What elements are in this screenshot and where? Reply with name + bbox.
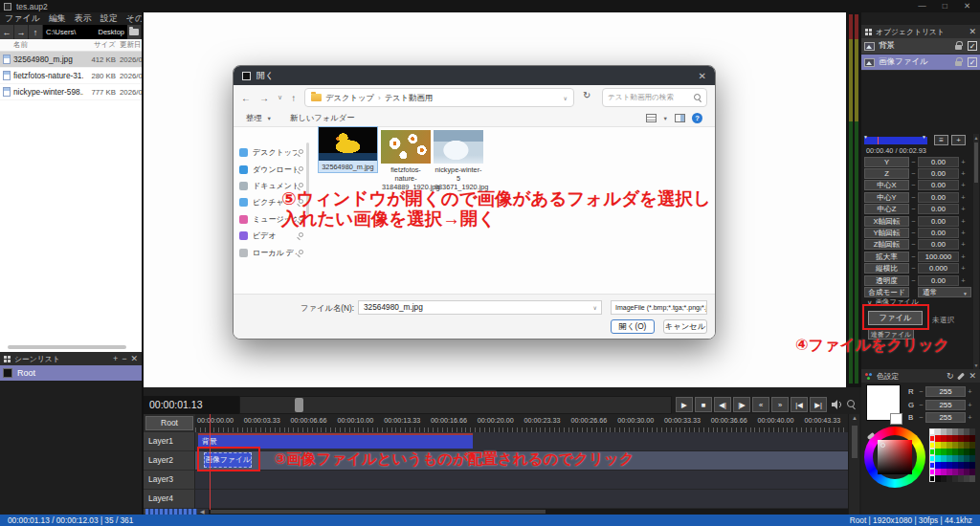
property-value[interactable]: 0.00 [918,168,959,179]
breadcrumb-item[interactable]: デスクトップ [325,93,374,103]
add-scene-button[interactable]: + [113,353,118,365]
property-value[interactable]: 0.000 [918,263,959,274]
organize-button[interactable]: 整理 [246,113,262,123]
increment-icon[interactable]: + [959,169,968,178]
channel-value[interactable]: 255 [925,412,966,423]
channel-value[interactable]: 255 [925,386,966,397]
property-value[interactable]: 0.00 [918,204,959,214]
object-item[interactable]: 画像ファイル✓ [861,55,980,71]
file-thumbnail[interactable]: fietzfotos-nature-3184889_1920.jpg [381,130,431,192]
property-label[interactable]: 中心Z [864,204,909,214]
increment-icon[interactable]: + [966,401,974,409]
property-label[interactable]: 中心X [864,180,909,190]
back-button[interactable]: ← [241,93,251,103]
to-start-button[interactable]: |◀ [791,397,808,412]
column-date[interactable]: 更新日 [116,40,142,50]
seek-bar[interactable] [239,396,672,414]
time-ruler[interactable]: 00:00:00.0000:00:03.3300:00:06.6600:00:1… [195,414,848,432]
trackbar-end-marker[interactable]: ▼ [922,134,926,140]
palette-swatch[interactable] [969,428,975,435]
seek-handle[interactable] [295,398,303,412]
palette-swatch[interactable] [969,469,975,475]
increment-icon[interactable]: + [959,193,968,202]
decrement-icon[interactable]: − [909,229,918,237]
new-folder-button[interactable]: 新しいフォルダー [290,113,355,123]
decrement-icon[interactable]: − [909,276,918,285]
property-scrollbar[interactable]: ▲ ▼ [973,134,979,369]
path-field[interactable]: C:\Users\ Desktop [43,25,127,39]
scroll-down-icon[interactable]: ▼ [973,362,979,368]
decrement-icon[interactable]: − [909,158,918,166]
palette-swatch[interactable] [969,442,975,449]
search-input[interactable]: テスト動画用の検索 [602,88,707,107]
add-effect-button[interactable]: + [951,135,966,145]
object-item[interactable]: 背景✓ [861,38,980,55]
property-value[interactable]: 0.00 [918,275,959,286]
property-value[interactable]: 0.00 [918,239,959,250]
layer-track[interactable] [195,471,848,490]
breadcrumb-item[interactable]: テスト動画用 [385,93,433,103]
stop-button[interactable]: ■ [695,397,712,412]
decrement-icon[interactable]: − [917,413,925,422]
property-value[interactable]: 0.00 [918,157,959,167]
increment-icon[interactable]: + [959,264,968,273]
play-button[interactable]: ▶ [676,397,693,412]
forward-button[interactable]: → [259,93,269,103]
increment-icon[interactable]: + [959,252,968,261]
remove-scene-button[interactable]: − [122,353,126,365]
scrollbar-thumb[interactable] [974,142,978,183]
up-button[interactable]: ↑ [29,25,43,39]
close-icon[interactable]: ✕ [969,370,976,383]
property-value[interactable]: 0.00 [918,228,959,238]
property-label[interactable]: Z [864,168,909,179]
decrement-icon[interactable]: − [909,193,918,202]
increment-icon[interactable]: + [959,240,968,249]
forward-button[interactable]: → [14,25,29,39]
trackbar[interactable] [864,137,927,144]
minimize-button[interactable]: — [918,0,926,12]
next-frame-button[interactable]: |▶ [733,397,750,412]
menu-item[interactable]: ファイル [5,12,40,25]
back-button[interactable]: ← [0,25,14,39]
visibility-checkbox[interactable]: ✓ [968,57,977,67]
layer-label[interactable]: Layer4 [144,490,195,509]
increment-icon[interactable]: + [966,413,974,422]
close-button[interactable]: ✕ [964,0,970,12]
prev-frame-button[interactable]: ◀| [714,397,731,412]
file-type-select[interactable]: ImageFile (*.bmp;*.tga;*.png;*.j ∨ [611,300,707,315]
trackbar-start-marker[interactable]: ▼ [863,134,868,140]
property-label[interactable]: Y軸回転 [864,228,909,238]
dialog-close-button[interactable]: ✕ [699,71,706,81]
sidebar-item[interactable]: ダウンロード [234,161,306,177]
property-value[interactable]: 100.000 [918,252,959,262]
lock-icon[interactable] [955,61,962,66]
layer-label[interactable]: Layer1 [144,432,195,451]
property-value[interactable]: 0.00 [918,192,959,203]
property-label[interactable]: 拡大率 [864,252,909,262]
property-label[interactable]: 透明度 [864,275,909,286]
blend-mode-select[interactable]: 通常▼ [918,287,971,297]
timeline-vertical-scrollbar[interactable]: ▲ [848,414,859,515]
increment-icon[interactable]: + [959,181,968,189]
menu-item[interactable]: 編集 [49,12,66,25]
file-row[interactable]: fietzfotos-nature-31...280 KB2026/0 [0,68,142,84]
property-label[interactable]: X軸回転 [864,216,909,227]
eyedropper-icon[interactable] [958,372,966,380]
help-icon[interactable]: ? [692,113,702,123]
scrollbar-thumb[interactable] [211,510,546,514]
channel-value[interactable]: 255 [925,400,966,410]
rewind-button[interactable]: « [752,397,769,412]
decrement-icon[interactable]: − [909,264,918,273]
layer-track[interactable]: 背景 [195,432,848,451]
saturation-marker[interactable] [880,443,885,448]
decrement-icon[interactable]: − [909,205,918,213]
property-value[interactable]: 0.00 [918,216,959,227]
palette-swatch[interactable] [969,449,975,455]
recent-locations-button[interactable]: ∨ [278,94,282,101]
decrement-icon[interactable]: − [909,181,918,189]
property-label[interactable]: 中心Y [864,192,909,203]
menu-item[interactable]: 設定 [100,12,118,25]
layer-track[interactable] [195,490,848,509]
palette-swatch[interactable] [969,475,975,482]
decrement-icon[interactable]: − [917,387,925,396]
